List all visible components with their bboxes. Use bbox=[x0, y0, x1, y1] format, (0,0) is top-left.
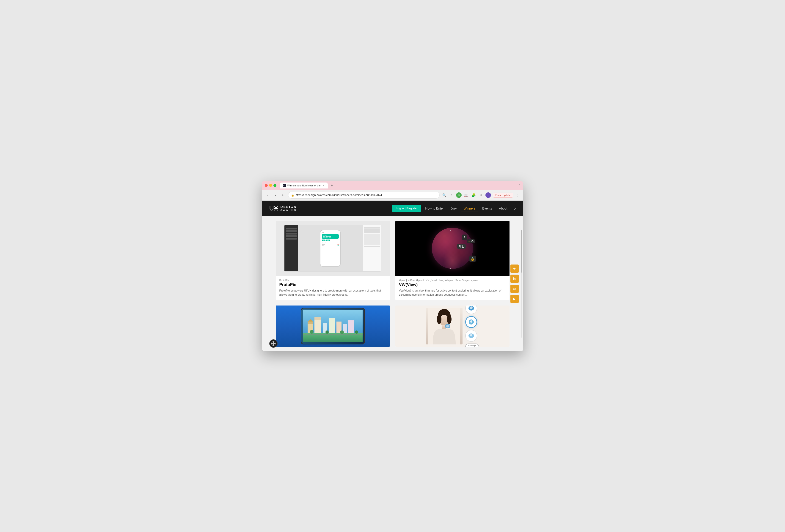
nav-about[interactable]: About bbox=[496, 205, 510, 212]
scrollbar[interactable] bbox=[522, 230, 522, 338]
svg-rect-5 bbox=[314, 319, 321, 333]
youtube-button[interactable]: ▶ bbox=[510, 295, 519, 303]
protopie-screenshot: Hi Laura Total Balance $23,347.00 Send D… bbox=[284, 225, 381, 272]
phone-trans-row: Netflix -12.99 bbox=[322, 247, 339, 247]
minimize-button[interactable] bbox=[269, 184, 272, 187]
phone-greeting: Hi Laura bbox=[322, 232, 339, 234]
site-search-icon[interactable]: ⌕ bbox=[513, 206, 516, 211]
download-icon[interactable]: ⬇ bbox=[478, 192, 484, 198]
bottom-logo bbox=[269, 339, 278, 348]
trans-name: Beans Ltd bbox=[322, 244, 325, 245]
phone-mockup: Hi Laura Total Balance $23,347.00 Send D… bbox=[320, 230, 340, 267]
website-content: UX DESIGN AWARDS Log in | Register How t… bbox=[262, 201, 523, 351]
pp-row bbox=[286, 228, 297, 230]
forward-button[interactable]: › bbox=[273, 192, 278, 198]
new-tab-button[interactable]: + bbox=[329, 183, 335, 188]
isometric-scene bbox=[276, 305, 390, 347]
nav-jury[interactable]: Jury bbox=[448, 205, 459, 212]
card-iso-image bbox=[276, 305, 390, 347]
back-button[interactable]: ‹ bbox=[265, 192, 271, 198]
pp-row bbox=[286, 238, 297, 240]
svg-point-28 bbox=[470, 320, 472, 323]
vw-score-badge: + +5 bbox=[467, 239, 475, 243]
svg-point-24 bbox=[446, 325, 449, 327]
svg-rect-6 bbox=[314, 317, 321, 320]
instagram-button[interactable]: ◎ bbox=[510, 285, 519, 293]
extension-icon1[interactable]: G bbox=[456, 192, 462, 198]
search-icon[interactable]: 🔍 bbox=[441, 192, 447, 198]
extension-icon3[interactable]: 🧩 bbox=[471, 192, 476, 198]
vw-arrow-down: ▼ bbox=[449, 267, 452, 270]
nav-events[interactable]: Events bbox=[480, 205, 495, 212]
pp-right-row bbox=[364, 246, 380, 247]
browser-tab-active[interactable]: UX Winners and Nominees of the ✕ bbox=[280, 183, 328, 188]
social-sidebar: ✈ in ◎ ▶ bbox=[510, 265, 519, 303]
device-svg-1 bbox=[468, 305, 475, 312]
window-controls[interactable]: ⌃ bbox=[518, 184, 521, 187]
device-icon-badge: iF designtrusted bbox=[465, 344, 479, 347]
iso-svg bbox=[303, 310, 362, 342]
trans-amount: +200 bbox=[337, 245, 339, 246]
linkedin-button[interactable]: in bbox=[510, 274, 519, 283]
svg-rect-16 bbox=[303, 334, 362, 335]
phone-trans-row: Savings +200 bbox=[322, 245, 339, 246]
card-protopie[interactable]: Hi Laura Total Balance $23,347.00 Send D… bbox=[276, 221, 390, 300]
pp-right-row bbox=[364, 231, 380, 233]
nav-winners[interactable]: Winners bbox=[461, 205, 478, 212]
phone-deposit-btn: Deposit bbox=[326, 240, 330, 241]
svg-rect-3 bbox=[308, 322, 313, 324]
card-health-image: iF designtrusted bbox=[395, 305, 509, 347]
card-iso-city[interactable] bbox=[276, 305, 390, 347]
svg-point-30 bbox=[470, 334, 472, 337]
svg-point-14 bbox=[340, 330, 344, 334]
trans-name: Savings bbox=[322, 245, 324, 246]
iso-bg bbox=[301, 309, 364, 344]
phone-balance-card: Total Balance $23,347.00 bbox=[322, 234, 339, 239]
nav-how-to-enter[interactable]: How to Enter bbox=[423, 205, 447, 212]
pp-right-panel bbox=[362, 225, 381, 271]
logo-x: X bbox=[274, 205, 278, 212]
isometric-buildings bbox=[301, 309, 364, 344]
device-icons: iF designtrusted bbox=[465, 305, 479, 347]
vw-globe: ▲ + +5 ⚑ 게임 🔒 ▼ bbox=[427, 225, 478, 271]
bookmark-icon[interactable]: ☆ bbox=[449, 192, 454, 198]
site-logo[interactable]: UX DESIGN AWARDS bbox=[269, 205, 297, 212]
extension-icon2[interactable]: 📖 bbox=[463, 192, 469, 198]
url-bar[interactable]: 🔒 https://ux-design-awards.com/winners/w… bbox=[288, 192, 440, 198]
card-vwview[interactable]: ▲ + +5 ⚑ 게임 🔒 ▼ bbox=[395, 221, 509, 300]
maximize-button[interactable] bbox=[273, 184, 276, 187]
menu-icon[interactable]: ⋮ bbox=[515, 192, 521, 198]
logo-ux: UX bbox=[269, 205, 278, 212]
traffic-lights bbox=[265, 184, 276, 187]
phone-trans-row: Beans Ltd -5.00 bbox=[322, 244, 339, 245]
vw-ui-elements: ▲ + +5 ⚑ 게임 🔒 ▼ bbox=[427, 225, 478, 271]
refresh-button[interactable]: ↻ bbox=[280, 192, 286, 198]
close-button[interactable] bbox=[265, 184, 268, 187]
cards-grid-top: Hi Laura Total Balance $23,347.00 Send D… bbox=[276, 221, 509, 300]
svg-point-12 bbox=[310, 330, 313, 334]
browser-window: UX Winners and Nominees of the ✕ + ⌃ ‹ ›… bbox=[262, 181, 523, 351]
phone-btn-row: Send Deposit bbox=[322, 240, 339, 241]
vw-korean-badge: 게임 bbox=[457, 244, 466, 249]
card-title-vwview: VW(View) bbox=[399, 283, 506, 287]
profile-icon[interactable] bbox=[485, 192, 491, 198]
title-bar: UX Winners and Nominees of the ✕ + ⌃ bbox=[262, 181, 523, 190]
finish-update-button[interactable]: Finish update bbox=[493, 193, 513, 197]
tab-bar: UX Winners and Nominees of the ✕ + bbox=[280, 183, 516, 188]
svg-rect-11 bbox=[348, 320, 354, 333]
pp-row bbox=[286, 235, 297, 237]
card-description: ProtoPie empowers UI/UX designers to cre… bbox=[279, 289, 386, 297]
pp-preview bbox=[364, 234, 380, 245]
card-title: ProtoPie bbox=[279, 283, 386, 287]
card-health-device[interactable]: iF designtrusted bbox=[395, 305, 509, 347]
telegram-button[interactable]: ✈ bbox=[510, 265, 519, 273]
vw-arrow-up: ▲ bbox=[449, 229, 452, 232]
phone-balance-amount: $23,347.00 bbox=[323, 236, 338, 238]
phone-transactions-label: Transactions bbox=[322, 242, 339, 243]
card-description-vwview: VW(View) is an algorithm hub for active … bbox=[399, 289, 506, 297]
logo-design: DESIGN bbox=[280, 205, 297, 209]
tab-close-button[interactable]: ✕ bbox=[322, 184, 325, 187]
login-register-button[interactable]: Log in | Register bbox=[392, 205, 421, 212]
device-icon-2 bbox=[465, 316, 477, 328]
card-body-protopie: ProtoPie ProtoPie ProtoPie empowers UI/U… bbox=[276, 276, 390, 300]
